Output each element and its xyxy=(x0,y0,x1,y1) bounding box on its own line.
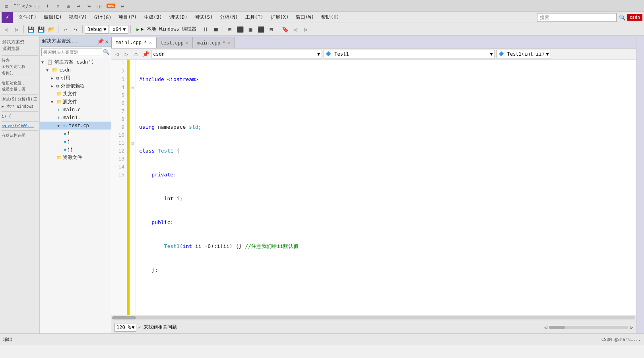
menu-extend[interactable]: 扩展(X) xyxy=(268,13,292,22)
arrow-icon[interactable]: ↦ xyxy=(119,3,126,9)
tab-testcpp-close[interactable]: ✕ xyxy=(186,40,189,45)
save-btn[interactable]: 💾 xyxy=(36,25,46,34)
run-button[interactable]: ▶ ▶ 本地 Windows 调试器 xyxy=(133,25,200,34)
redo-btn[interactable]: ↪ xyxy=(71,25,80,34)
toolbar-misc1[interactable]: ⊞ xyxy=(225,25,235,34)
menu-test[interactable]: 测试(S) xyxy=(191,13,216,22)
zoom-dropdown[interactable]: 120 % ▼ xyxy=(114,323,136,332)
include-directive: #include <iostream> xyxy=(139,75,198,83)
search-input[interactable] xyxy=(537,13,617,22)
solution-search-input[interactable] xyxy=(41,48,102,56)
main1-label: main1. xyxy=(63,115,80,120)
undo-icon[interactable]: ↪ xyxy=(86,3,92,9)
nav-home-btn[interactable]: ⌂ xyxy=(132,50,140,58)
undo-btn[interactable]: ↩ xyxy=(60,25,70,34)
signature-dropdown[interactable]: 🔷 Test1(int ii) ▼ xyxy=(497,50,551,58)
bookmark-btn[interactable]: 🔖 xyxy=(280,25,290,34)
nav-back-btn[interactable]: ◁ xyxy=(113,50,121,58)
fold-icon-4[interactable]: ⊟ xyxy=(131,85,134,90)
gutter-14 xyxy=(130,163,136,171)
menu-project[interactable]: 项目(P) xyxy=(115,13,140,22)
tab-maincpp[interactable]: main.cpp * ✕ xyxy=(193,37,235,48)
menu-build[interactable]: 生成(B) xyxy=(141,13,165,22)
var-i-decl: i; xyxy=(177,195,183,203)
h-scrollbar-thumb[interactable] xyxy=(112,316,136,319)
pause-btn[interactable]: ⏸ xyxy=(201,25,210,34)
download-icon[interactable]: ⬇ xyxy=(45,3,51,9)
h-scrollbar-track[interactable] xyxy=(112,316,635,319)
tree-main1[interactable]: +. main1. xyxy=(40,114,111,122)
bookmark-next-btn[interactable]: ▷ xyxy=(301,25,310,34)
tab-main1cpp[interactable]: main1.cpp * ✕ xyxy=(111,37,156,48)
tree-solution[interactable]: ▼ 📋 解决方案'csdn'( xyxy=(40,58,111,66)
back-btn[interactable]: ◁ xyxy=(2,25,11,34)
scope-dropdown[interactable]: csdn ▼ xyxy=(151,50,322,58)
menu-file[interactable]: 文件(F) xyxy=(15,13,40,22)
open-btn[interactable]: 📂 xyxy=(47,25,56,34)
tab-testcpp-label: test.cpp xyxy=(161,40,184,46)
code-line-1: #include <iostream> xyxy=(139,75,633,83)
fold-icon-11[interactable]: ⊟ xyxy=(131,141,134,145)
gutter-2 xyxy=(130,68,136,75)
save-all-btn[interactable]: 💾 xyxy=(26,25,35,34)
close-icon[interactable]: ✕ xyxy=(105,38,109,45)
forward-btn[interactable]: ▷ xyxy=(12,25,21,34)
menu-view[interactable]: 视图(V) xyxy=(66,13,90,22)
debug-config-dropdown[interactable]: Debug ▼ xyxy=(85,25,109,34)
tree-ref[interactable]: ▶ ⊞ 引用 xyxy=(40,74,111,82)
tree-var-jj[interactable]: ◆ jj xyxy=(40,145,111,153)
tree-var-j[interactable]: ◆ j xyxy=(40,137,111,145)
menu-help[interactable]: 帮助(H) xyxy=(318,13,343,22)
h-scrollbar[interactable] xyxy=(111,315,636,321)
platform-dropdown[interactable]: x64 ▼ xyxy=(110,25,128,34)
menu-edit[interactable]: 编辑(E) xyxy=(41,13,65,22)
scroll-arrow-right[interactable]: ▷ xyxy=(630,325,633,330)
toolbar-misc2[interactable]: ⬛ xyxy=(235,25,245,34)
code-content[interactable]: #include <iostream> using namespace std … xyxy=(136,60,636,315)
toolbar-misc5[interactable]: ⊟ xyxy=(266,25,276,34)
tab-maincpp-close[interactable]: ✕ xyxy=(228,40,231,45)
stop-btn[interactable]: ⏹ xyxy=(211,25,221,34)
gutter-11[interactable]: ⊟ xyxy=(130,139,136,147)
nav-pin-btn[interactable]: 📌 xyxy=(142,50,149,58)
code-icon[interactable]: </> xyxy=(24,3,30,9)
redo-icon[interactable]: ↩ xyxy=(76,3,82,9)
panel-label-func: 函数的访问权 xyxy=(2,64,38,70)
quote-icon[interactable]: ❝❞ xyxy=(14,3,20,9)
tree-project[interactable]: ▼ 📁 csdn xyxy=(40,66,111,74)
menu-git[interactable]: Git(G) xyxy=(91,13,114,22)
search-icon[interactable]: 🔍 xyxy=(103,49,109,55)
tab-main1cpp-close[interactable]: ✕ xyxy=(149,40,152,45)
tree-external[interactable]: ▶ ⊞ 外部依赖项 xyxy=(40,82,111,90)
split-icon[interactable]: ◫ xyxy=(96,3,103,9)
menu-tools[interactable]: 工具(T) xyxy=(242,13,267,22)
tree-var-i[interactable]: ◆ i xyxy=(40,130,111,137)
file-icon-testcp: +. xyxy=(63,123,68,128)
pin-icon[interactable]: 📌 xyxy=(97,38,104,45)
grid-icon[interactable]: ⊞ xyxy=(65,3,72,9)
tree-headers[interactable]: ▶ 📁 头文件 xyxy=(40,90,111,98)
bookmark-prev-btn[interactable]: ◁ xyxy=(291,25,300,34)
tab-testcpp[interactable]: test.cpp ✕ xyxy=(156,37,193,48)
toolbar-misc4[interactable]: ⬛ xyxy=(256,25,266,34)
scope-chevron-icon: ▼ xyxy=(317,51,320,57)
nav-forward-btn[interactable]: ▷ xyxy=(122,50,130,58)
tree-arrow-headers: ▶ xyxy=(51,92,56,96)
menu-debug[interactable]: 调试(D) xyxy=(166,13,191,22)
menu-analyze[interactable]: 分析(N) xyxy=(217,13,241,22)
menu-window[interactable]: 窗口(W) xyxy=(293,13,317,22)
headers-label: 头文件 xyxy=(63,91,77,97)
int-keyword-8: int xyxy=(183,242,195,250)
folder-icon-sources: 📁 xyxy=(56,99,62,104)
function-dropdown[interactable]: 🔷 Test1 ▼ xyxy=(324,50,495,58)
tree-resources[interactable]: ▶ 📁 资源文件 xyxy=(40,153,111,161)
scroll-arrow-left[interactable]: ◁ xyxy=(545,325,547,330)
tree-sources[interactable]: ▼ 📁 源文件 xyxy=(40,98,111,106)
upload-icon[interactable]: ⬆ xyxy=(55,3,61,9)
menu-icon[interactable]: ≡ xyxy=(3,3,10,9)
tree-mainc[interactable]: +. main.c xyxy=(40,106,111,114)
tree-testcp[interactable]: ▼ +. test.cp xyxy=(40,122,111,130)
image-icon[interactable]: □ xyxy=(34,3,41,9)
gutter-4[interactable]: ⊟ xyxy=(130,83,136,91)
toolbar-misc3[interactable]: ▣ xyxy=(246,25,255,34)
